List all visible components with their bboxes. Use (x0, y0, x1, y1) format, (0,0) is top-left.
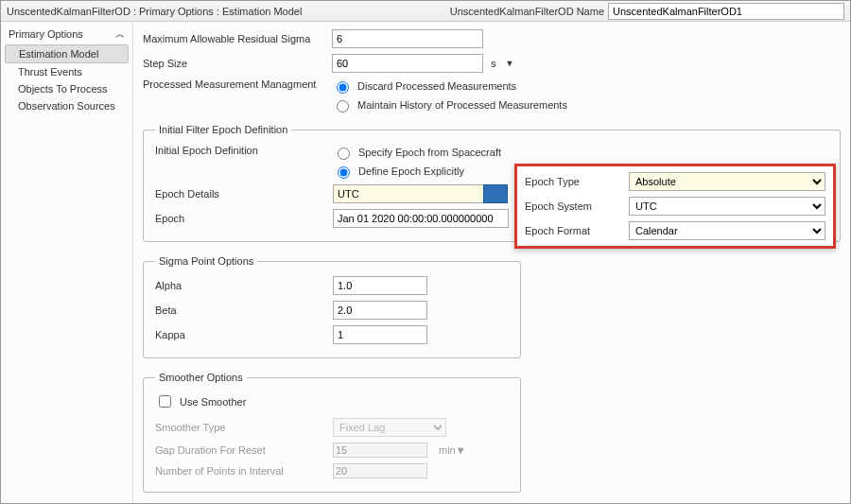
initial-epoch-legend: Initial Filter Epoch Definition (155, 124, 291, 135)
epoch-format-select[interactable]: Calendar (629, 221, 825, 240)
npts-label: Number of Points in Interval (155, 465, 333, 477)
sidebar-item-observation-sources[interactable]: Observation Sources (1, 97, 132, 114)
epoch-def-spacecraft[interactable]: Specify Epoch from Spacecraft (333, 145, 501, 160)
pmm-option-maintain[interactable]: Maintain History of Processed Measuremen… (332, 97, 567, 113)
max-sigma-label: Maximum Allowable Residual Sigma (143, 33, 332, 44)
sidebar: Primary Options ︽ Estimation Model Thrus… (1, 22, 133, 503)
epoch-format-label: Epoch Format (525, 225, 629, 236)
epoch-system-label: Epoch System (525, 200, 629, 212)
pmm-radio-discard-label: Discard Processed Measurements (357, 80, 516, 92)
step-size-input[interactable] (332, 54, 483, 73)
max-sigma-input[interactable] (332, 29, 483, 48)
npts-input (333, 463, 427, 478)
step-size-label: Step Size (143, 58, 332, 69)
breadcrumb: UnscentedKalmanFilterOD : Primary Option… (7, 6, 450, 17)
kappa-label: Kappa (155, 329, 333, 340)
pmm-radio-discard[interactable] (337, 81, 349, 94)
epoch-def-radio-spacecraft-label: Specify Epoch from Spacecraft (358, 147, 501, 158)
pmm-label: Processed Measurement Managment (143, 78, 332, 90)
alpha-input[interactable] (333, 276, 427, 295)
sidebar-title: Primary Options (9, 28, 83, 40)
epoch-details-input[interactable] (333, 184, 484, 203)
gap-input (333, 443, 427, 458)
pmm-radio-maintain[interactable] (337, 100, 349, 113)
use-smoother-checkbox[interactable] (159, 395, 171, 408)
epoch-def-label: Initial Epoch Definition (155, 145, 333, 156)
smoother-type-select: Fixed Lag (333, 418, 446, 437)
step-size-unit-dropdown-icon[interactable]: ▼ (506, 59, 514, 68)
use-smoother-check[interactable]: Use Smoother (155, 392, 509, 410)
step-size-unit: s (491, 58, 496, 69)
epoch-def-radio-explicit[interactable] (338, 166, 350, 179)
name-input[interactable] (608, 3, 844, 20)
epoch-details-label: Epoch Details (155, 188, 333, 200)
epoch-label: Epoch (155, 213, 333, 224)
epoch-system-select[interactable]: UTC (629, 197, 825, 216)
gap-unit-dropdown-icon: ▼ (456, 444, 466, 456)
main-panel: Maximum Allowable Residual Sigma Step Si… (133, 22, 850, 503)
title-bar: UnscentedKalmanFilterOD : Primary Option… (1, 1, 850, 22)
sidebar-item-objects-to-process[interactable]: Objects To Process (1, 80, 132, 97)
sidebar-item-thrust-events[interactable]: Thrust Events (1, 63, 132, 80)
gap-label: Gap Duration For Reset (155, 444, 333, 456)
smoother-type-label: Smoother Type (155, 422, 333, 433)
sidebar-header[interactable]: Primary Options ︽ (1, 27, 132, 44)
smoother-fieldset: Smoother Options Use Smoother Smoother T… (143, 372, 521, 493)
chevron-up-icon[interactable]: ︽ (115, 27, 125, 41)
epoch-def-explicit[interactable]: Define Epoch Explicitly (333, 164, 501, 179)
pmm-option-discard[interactable]: Discard Processed Measurements (332, 78, 567, 94)
use-smoother-label: Use Smoother (180, 396, 246, 408)
beta-label: Beta (155, 304, 333, 316)
name-label: UnscentedKalmanFilterOD Name (450, 6, 604, 17)
smoother-legend: Smoother Options (155, 372, 247, 383)
epoch-details-expand-button[interactable] (483, 184, 508, 203)
epoch-type-select[interactable]: Absolute (629, 172, 825, 191)
epoch-input[interactable] (333, 209, 509, 228)
pmm-radio-maintain-label: Maintain History of Processed Measuremen… (357, 99, 567, 111)
sigma-legend: Sigma Point Options (155, 255, 257, 267)
epoch-type-label: Epoch Type (525, 176, 629, 187)
epoch-def-radio-spacecraft[interactable] (338, 148, 350, 160)
gap-unit: min (439, 444, 456, 456)
epoch-def-radio-explicit-label: Define Epoch Explicitly (358, 165, 464, 177)
beta-input[interactable] (333, 301, 427, 320)
alpha-label: Alpha (155, 280, 333, 291)
epoch-details-popout: Epoch Type Absolute Epoch System UTC Epo… (514, 164, 836, 249)
sidebar-item-estimation-model[interactable]: Estimation Model (5, 44, 129, 63)
sigma-fieldset: Sigma Point Options Alpha Beta Kappa (143, 255, 521, 358)
kappa-input[interactable] (333, 325, 427, 344)
